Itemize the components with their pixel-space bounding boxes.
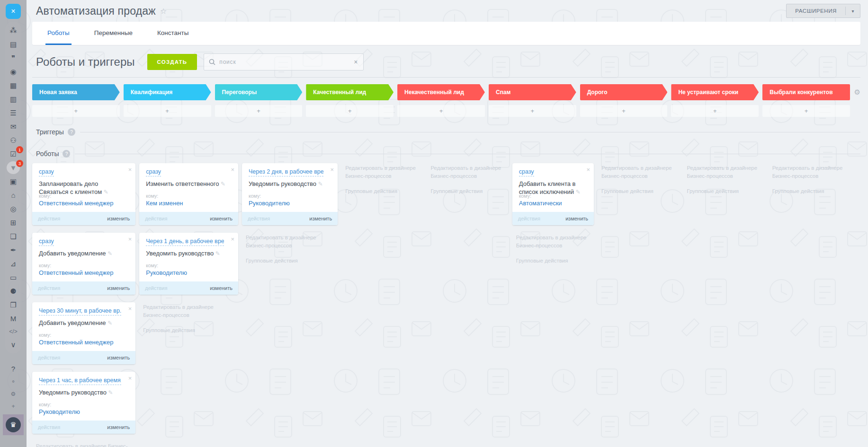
bp-designer-link[interactable]: Редактировать в дизайнере Бизнес-процесс… (345, 164, 418, 180)
add-robot-button[interactable]: + (397, 105, 485, 117)
edit-pencil-icon[interactable]: ✎ (576, 189, 581, 195)
sidebar-item-crm[interactable]: ▼ 3 (5, 161, 21, 175)
favorite-star-icon[interactable]: ☆ (160, 7, 167, 16)
edit-pencil-icon[interactable]: ✎ (108, 389, 113, 396)
group-actions-link[interactable]: Групповые действия (345, 187, 418, 195)
edit-pencil-icon[interactable]: ✎ (318, 181, 323, 187)
actions-link[interactable]: действия (145, 285, 167, 291)
sidebar-item-contact-center[interactable]: ▭ (5, 271, 21, 284)
stage-quality-lead[interactable]: Качественный лид (306, 84, 394, 100)
bp-designer-link[interactable]: Редактировать в дизайнере Бизнес-процесс… (143, 303, 233, 319)
edit-link[interactable]: изменить (210, 285, 233, 291)
sidebar-item-messenger[interactable]: ❞ (5, 51, 21, 65)
edit-pencil-icon[interactable]: ✎ (221, 181, 225, 187)
robot-when-link[interactable]: Через 30 минут, в рабочее вр... (39, 307, 121, 316)
close-icon[interactable]: × (331, 167, 334, 173)
actions-link[interactable]: действия (38, 216, 60, 221)
bp-designer-link[interactable]: Редактировать в дизайнере Бизнес-процесс… (601, 164, 674, 180)
edit-link[interactable]: изменить (107, 424, 130, 430)
robot-when-link[interactable]: Через 1 день, в рабочее время (146, 237, 224, 246)
tab-variables[interactable]: Переменные (92, 22, 134, 45)
actions-link[interactable]: действия (518, 216, 540, 221)
close-icon[interactable]: × (231, 167, 234, 173)
edit-pencil-icon[interactable]: ✎ (215, 250, 220, 257)
robot-when-link[interactable]: сразу (39, 168, 54, 176)
group-actions-link[interactable]: Групповые действия (430, 187, 503, 195)
robot-card[interactable]: × сразу Добавить уведомление ✎ кому: Отв… (32, 233, 135, 295)
sidebar-item-documents[interactable]: ▥ (5, 92, 21, 106)
stage-junk-lead[interactable]: Некачественный лид (397, 84, 485, 100)
edit-link[interactable]: изменить (309, 216, 332, 221)
stage-qualification[interactable]: Квалификация (124, 84, 211, 100)
tab-constants[interactable]: Константы (155, 22, 190, 45)
help-icon[interactable]: ? (68, 128, 75, 136)
bp-designer-link[interactable]: Редактировать в дизайнере Бизнес-процесс… (687, 164, 760, 180)
robot-when-link[interactable]: сразу (519, 168, 534, 176)
sidebar-item-documents-edit[interactable]: ❏ (5, 229, 21, 243)
sidebar-item-tasks[interactable]: ☑ 1 (5, 147, 21, 161)
stage-chose-competitors[interactable]: Выбрали конкурентов (762, 84, 850, 100)
tab-robots[interactable]: Роботы (45, 22, 72, 45)
add-robot-button[interactable]: + (489, 105, 576, 117)
sidebar-item-disk[interactable]: ◉ (5, 65, 21, 79)
robot-card[interactable]: × сразу Запланировать дело Связаться с к… (32, 163, 135, 225)
recipient-link[interactable]: Руководителю (249, 200, 333, 207)
stage-spam[interactable]: Спам (489, 84, 576, 100)
group-actions-link[interactable]: Групповые действия (516, 257, 589, 265)
recipient-link[interactable]: Кем изменен (146, 200, 233, 207)
help-icon[interactable]: ? (63, 150, 70, 158)
recipient-link[interactable]: Автоматически (519, 200, 589, 207)
group-actions-link[interactable]: Групповые действия (601, 187, 674, 195)
sidebar-item-add[interactable]: + (5, 400, 21, 412)
sidebar-item-calendar[interactable]: ▦ (5, 79, 21, 92)
add-robot-button[interactable]: + (32, 105, 120, 117)
create-button[interactable]: СОЗДАТЬ (147, 54, 197, 70)
add-robot-button[interactable]: + (762, 105, 850, 117)
edit-link[interactable]: изменить (210, 216, 233, 221)
stage-negotiation[interactable]: Переговоры (215, 84, 303, 100)
close-icon[interactable]: × (128, 236, 132, 242)
sidebar-item-shop[interactable]: ⊞ (5, 216, 21, 229)
sidebar-item-settings[interactable]: ⚙ (5, 388, 21, 400)
add-robot-button[interactable]: + (124, 105, 211, 117)
sidebar-item-company[interactable]: ⌂ (5, 188, 21, 202)
edit-pencil-icon[interactable]: ✎ (107, 320, 112, 326)
edit-pencil-icon[interactable]: ✎ (107, 250, 112, 257)
edit-pencil-icon[interactable]: ✎ (104, 189, 108, 195)
actions-link[interactable]: действия (38, 424, 60, 430)
stage-settings-gear-icon[interactable]: ⚙ (854, 88, 860, 96)
group-actions-link[interactable]: Групповые действия (772, 187, 845, 195)
sidebar-item-structure[interactable]: ⚬ (5, 376, 21, 388)
stage-bad-timing[interactable]: Не устраивают сроки (671, 84, 759, 100)
sidebar-item-workgroups[interactable]: ⚇ (5, 133, 21, 147)
sidebar-item-mail[interactable]: ✉ (5, 120, 21, 133)
stage-new-lead[interactable]: Новая заявка (32, 84, 120, 100)
recipient-link[interactable]: Ответственный менеджер (39, 339, 131, 346)
close-icon[interactable]: × (128, 167, 132, 173)
robot-when-link[interactable]: сразу (146, 168, 161, 176)
sidebar-item-sign[interactable]: ✒ (5, 243, 21, 257)
sidebar-item-robots[interactable]: ⚈ (5, 284, 21, 298)
bp-designer-link[interactable]: Редактировать в дизайнере Бизнес-процесс… (430, 164, 503, 180)
sidebar-item-network[interactable]: ⁂ (5, 24, 21, 37)
chevron-down-icon[interactable]: ▾ (846, 4, 860, 18)
robot-card[interactable]: × сразу Изменить ответственного ✎ кому: … (139, 163, 238, 225)
sidebar-close-button[interactable]: × (6, 4, 21, 19)
bp-designer-link[interactable]: Редактировать в дизайнере Бизнес-процесс… (36, 442, 131, 447)
robot-card[interactable]: × сразу Добавить клиента в список исключ… (512, 163, 594, 225)
recipient-link[interactable]: Руководителю (39, 408, 131, 415)
recipient-link[interactable]: Ответственный менеджер (39, 269, 131, 276)
recipient-link[interactable]: Руководителю (146, 269, 233, 276)
robot-when-link[interactable]: сразу (39, 237, 54, 246)
add-robot-button[interactable]: + (306, 105, 394, 117)
sidebar-item-drive[interactable]: ☰ (5, 106, 21, 120)
close-icon[interactable]: × (586, 167, 590, 173)
close-icon[interactable]: × (128, 375, 132, 381)
sidebar-item-marketing[interactable]: ◎ (5, 202, 21, 216)
actions-link[interactable]: действия (248, 216, 270, 221)
sidebar-item-developer[interactable]: </> (5, 325, 21, 338)
add-robot-button[interactable]: + (215, 105, 303, 117)
search-input[interactable] (219, 59, 353, 65)
actions-link[interactable]: действия (38, 285, 60, 291)
sidebar-item-market[interactable]: M (5, 312, 21, 325)
